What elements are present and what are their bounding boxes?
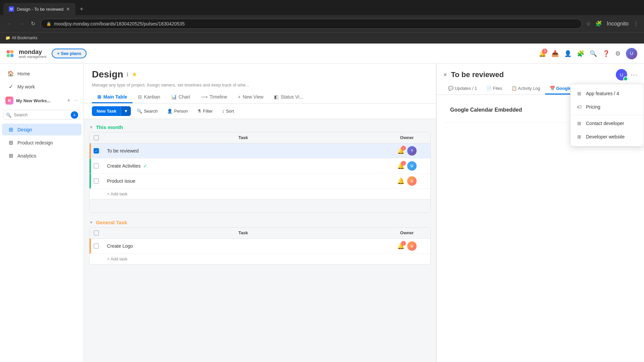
menu-icon[interactable]: ⋮ xyxy=(633,20,639,27)
search-header-icon[interactable]: 🔍 xyxy=(590,50,597,57)
table-row[interactable]: Create Activities ✓ 🔔1 U xyxy=(90,159,430,174)
workspace-header[interactable]: M My New Works... ▼ ⋯ xyxy=(0,94,84,107)
spacer-row xyxy=(90,199,430,213)
avatar-status-badge xyxy=(623,76,628,81)
filter-button[interactable]: ⚗ Filter xyxy=(194,107,216,116)
sidebar-item-product-redesign[interactable]: ⊞ Product redesign xyxy=(2,137,82,148)
add-task-row[interactable]: + Add task xyxy=(90,254,430,264)
group-arrow-this-month[interactable]: ▼ xyxy=(89,125,93,130)
sidebar: 🏠 Home ✓ My work M My New Works... ▼ ⋯ 🔍… xyxy=(0,64,84,362)
bell-icon[interactable]: 🔔 3 xyxy=(539,50,546,57)
group-table-general: Task Owner Create Logo 🔔1 U xyxy=(89,227,431,264)
group-general-task: ▼ General Task Task Owner xyxy=(89,220,431,264)
logo-text: monday xyxy=(19,49,46,56)
group-arrow-general[interactable]: ▼ xyxy=(89,220,93,225)
row-checkbox[interactable] xyxy=(94,163,99,169)
row-checkbox[interactable] xyxy=(94,178,99,184)
settings-icon[interactable]: ⚙ xyxy=(615,50,621,57)
extensions-icon[interactable]: 🧩 xyxy=(595,20,602,27)
board-content: ▼ This month Task Owner ✓ xyxy=(84,119,436,362)
new-task-button[interactable]: New Task xyxy=(92,106,121,116)
notification-bell-icon[interactable]: 🔔 xyxy=(397,177,405,185)
tab-main-table[interactable]: ⊞ Main Table xyxy=(92,92,132,103)
user-avatar[interactable]: U xyxy=(626,48,637,59)
tab-favicon: M xyxy=(9,6,14,12)
dropdown-item-developer-website[interactable]: ⊞ Developer website xyxy=(571,130,644,143)
forward-button[interactable]: → xyxy=(17,19,25,28)
table-row[interactable]: Create Logo 🔔1 U xyxy=(90,239,430,254)
notification-bell-icon[interactable]: 🔔1 xyxy=(397,162,405,170)
new-tab-button[interactable]: + xyxy=(77,4,86,14)
table-row[interactable]: Product issue 🔔 U xyxy=(90,174,430,189)
search-toolbar-button[interactable]: 🔍 Search xyxy=(133,107,161,116)
board-tabs: ⊞ Main Table ⊟ Kanban 📊 Chart ⟶ Timeline xyxy=(92,92,428,103)
help-icon[interactable]: ❓ xyxy=(602,50,610,57)
sidebar-item-design[interactable]: ⊞ Design xyxy=(2,124,82,135)
panel-user-avatar: U xyxy=(616,69,627,80)
sort-label: Sort xyxy=(226,109,234,114)
tab-timeline[interactable]: ⟶ Timeline xyxy=(196,92,232,103)
tab-kanban[interactable]: ⊟ Kanban xyxy=(132,92,165,103)
new-task-dropdown-button[interactable]: ▼ xyxy=(121,106,131,116)
notification-bell-icon[interactable]: 🔔1 xyxy=(397,242,405,250)
active-tab[interactable]: M Design - To be reviewed ✕ xyxy=(3,3,75,15)
status-icon: ◧ xyxy=(274,94,278,100)
sidebar-item-mywork[interactable]: ✓ My work xyxy=(2,81,82,93)
dropdown-item-contact-developer[interactable]: ⊞ Contact developer xyxy=(571,117,644,130)
inbox-icon[interactable]: 📥 xyxy=(551,50,559,57)
tab-close-button[interactable]: ✕ xyxy=(66,6,70,12)
tab-main-table-label: Main Table xyxy=(103,94,127,100)
select-all-checkbox[interactable] xyxy=(94,230,99,236)
chevron-down-icon: ▼ xyxy=(67,98,71,103)
col-header-task: Task xyxy=(103,228,383,238)
bookmarks-folder[interactable]: 📁 All Bookmarks xyxy=(5,36,38,40)
workspace-more-icon[interactable]: ⋯ xyxy=(73,98,78,103)
tab-new-view[interactable]: + New View xyxy=(232,92,269,103)
table-icon: ⊞ xyxy=(97,94,101,100)
tab-activity-log[interactable]: 📋 Activity Log xyxy=(507,83,545,95)
sidebar-item-home[interactable]: 🏠 Home xyxy=(2,68,82,79)
panel-more-button[interactable]: ⋯ xyxy=(631,71,637,79)
info-icon[interactable]: ℹ xyxy=(126,71,128,78)
tab-chart[interactable]: 📊 Chart xyxy=(166,92,196,103)
sidebar-item-analytics[interactable]: ⊞ Analytics xyxy=(2,150,82,162)
tab-kanban-label: Kanban xyxy=(144,94,160,100)
row-checkbox[interactable]: ✓ xyxy=(94,148,99,154)
search-toolbar-label: Search xyxy=(144,109,158,114)
see-plans-button[interactable]: + See plans xyxy=(52,49,87,58)
back-button[interactable]: ← xyxy=(5,19,13,28)
add-board-button[interactable]: + xyxy=(71,111,78,119)
tab-status-view[interactable]: ◧ Status Vi... xyxy=(269,92,308,103)
notification-bell-icon[interactable]: 🔔1 xyxy=(397,147,405,155)
col-header-owner: Owner xyxy=(383,228,430,238)
tab-updates[interactable]: 💬 Updates / 1 xyxy=(443,83,482,95)
row-checkbox[interactable] xyxy=(94,243,99,249)
google-calendar-title: Google Calendar Embedded xyxy=(450,107,522,113)
bookmark-icon[interactable]: ☆ xyxy=(586,20,591,27)
add-task-row[interactable]: + Add task xyxy=(90,189,430,199)
puzzle-icon[interactable]: 🧩 xyxy=(577,50,584,57)
notification-count: 1 xyxy=(401,161,406,166)
dropdown-item-app-features[interactable]: ⊞ App features / 4 xyxy=(571,87,644,100)
address-bar[interactable]: 🔒 moodjoy.monday.com/boards/1830420525/p… xyxy=(41,19,582,29)
update-icon: 💬 xyxy=(448,86,453,91)
logo-subtext: work management xyxy=(19,55,46,59)
panel-close-button[interactable]: × xyxy=(443,71,447,78)
people-icon[interactable]: 👤 xyxy=(564,50,572,57)
notification-count: 1 xyxy=(401,241,406,246)
sidebar-label-product: Product redesign xyxy=(17,140,53,145)
sort-button[interactable]: ↕ Sort xyxy=(219,107,237,116)
table-row[interactable]: ✓ To be reviewed 🔔1 ? xyxy=(90,143,430,159)
tab-files[interactable]: 📄 Files xyxy=(482,83,507,95)
search-input[interactable] xyxy=(3,110,80,120)
select-all-checkbox[interactable] xyxy=(94,135,99,140)
owner-avatar: U xyxy=(407,176,417,186)
home-icon: 🏠 xyxy=(7,70,14,77)
refresh-button[interactable]: ↻ xyxy=(30,19,37,28)
star-icon[interactable]: ★ xyxy=(132,71,137,78)
table-header-this-month: Task Owner xyxy=(90,132,430,143)
dropdown-item-label: App features / 4 xyxy=(586,91,619,96)
dropdown-item-pricing[interactable]: 🏷 Pricing xyxy=(571,100,644,114)
person-filter-button[interactable]: 👤 Person xyxy=(164,107,191,116)
filter-icon: ⚗ xyxy=(197,109,201,114)
